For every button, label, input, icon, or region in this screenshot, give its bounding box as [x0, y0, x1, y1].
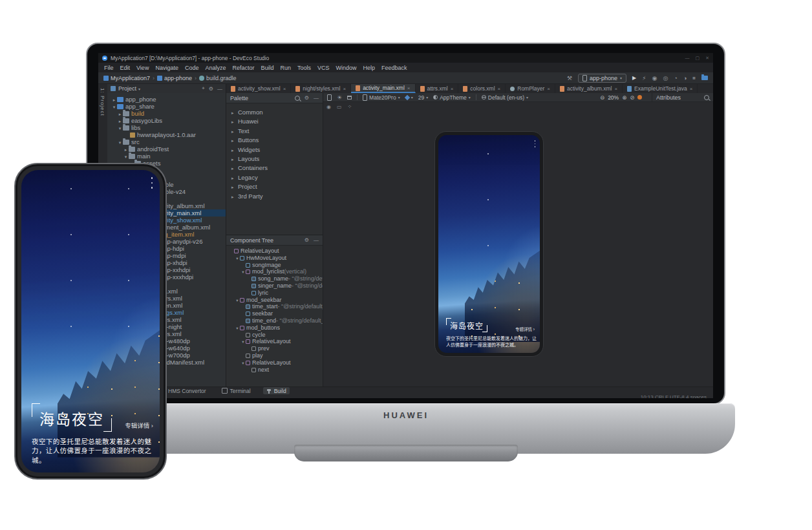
tree-item[interactable]: ▸app_phone [107, 96, 226, 103]
day-night-icon[interactable]: ☀ [337, 94, 342, 101]
grid-icon[interactable]: ⁘ [348, 104, 352, 110]
tree-item[interactable]: hwwraplayout-1.0.aar [107, 131, 226, 138]
tab-activity-album[interactable]: activity_album.xml× [555, 84, 623, 93]
component-item[interactable]: ▾mod_lyriclist(vertical) [226, 268, 323, 275]
menu-feedback[interactable]: Feedback [378, 65, 411, 71]
build-tab[interactable]: Build [263, 387, 290, 394]
overflow-menu-icon[interactable] [151, 177, 153, 189]
settings-gear-icon[interactable]: ⚙ [209, 86, 213, 92]
menu-view[interactable]: View [133, 65, 152, 71]
tree-item[interactable]: ▾main [107, 153, 226, 160]
run-button[interactable]: ▶ [632, 75, 636, 81]
window-controls[interactable]: —▢✕ [685, 56, 710, 61]
terminal-tab[interactable]: Terminal [219, 387, 254, 394]
component-item[interactable]: prev [226, 345, 323, 352]
tree-item[interactable]: ▸build [107, 110, 226, 117]
menu-refactor[interactable]: Refactor [229, 65, 257, 71]
palette-item-layouts[interactable]: ▸Layouts [226, 154, 323, 164]
menu-build[interactable]: Build [257, 65, 277, 71]
close-icon[interactable]: × [407, 85, 411, 91]
component-item[interactable]: lyric [226, 290, 323, 297]
device-file-explorer-icon[interactable] [701, 76, 708, 80]
attach-debugger-icon[interactable]: ◑ [683, 75, 687, 81]
close-icon[interactable]: × [283, 86, 286, 92]
overflow-menu-icon[interactable] [535, 140, 536, 147]
search-icon[interactable] [295, 96, 300, 101]
menu-navigate[interactable]: Navigate [152, 65, 182, 71]
tab-activity-show[interactable]: activity_show.xml× [226, 84, 291, 93]
tab-romplayer[interactable]: RomPlayer× [506, 84, 555, 93]
component-item[interactable]: seekbar [226, 310, 323, 317]
attributes-panel-header[interactable]: Attributes [652, 93, 713, 102]
tree-item[interactable]: ▾app_share [107, 103, 226, 110]
tree-item[interactable]: ▸androidTest [107, 145, 226, 153]
device-select[interactable]: Mate20Pro▾ [363, 94, 400, 101]
palette-item-common[interactable]: ▸Common [226, 108, 323, 117]
tree-item[interactable]: ▾src [107, 138, 226, 145]
breadcrumb-module[interactable]: app-phone [164, 75, 192, 81]
component-item[interactable]: next [226, 366, 323, 374]
component-item[interactable]: songImage [226, 262, 323, 269]
profiler-icon[interactable]: ◔ [674, 75, 677, 81]
menu-window[interactable]: Window [333, 65, 360, 71]
select-frame-icon[interactable]: ▭ [337, 104, 342, 110]
api-level-select[interactable]: 29▾ [418, 94, 428, 101]
apply-changes-icon[interactable]: ⚡ [642, 75, 646, 81]
album-details-link[interactable]: 专辑详情 › [515, 326, 535, 332]
close-icon[interactable]: × [343, 86, 346, 92]
component-item[interactable]: song_name- "@string/default_s..." [226, 275, 323, 282]
hide-panel-icon[interactable]: — [217, 86, 222, 92]
component-item[interactable]: time_end- "@string/default_time" [226, 317, 323, 324]
close-icon[interactable]: × [547, 86, 550, 92]
tree-item[interactable]: ▸easygoLibs [107, 117, 226, 124]
palette-item-project[interactable]: ▸Project [226, 182, 323, 191]
close-icon[interactable]: × [614, 86, 617, 92]
locale-select[interactable]: Default (en-us)▾ [482, 94, 528, 101]
project-tool-button[interactable]: 1: Project [100, 88, 105, 116]
stop-button[interactable]: ■ [692, 75, 696, 81]
tab-colors[interactable]: colors.xml× [458, 84, 506, 93]
close-icon[interactable]: × [451, 86, 454, 92]
breadcrumb-file[interactable]: build.gradle [206, 75, 237, 81]
menu-code[interactable]: Code [182, 65, 202, 71]
palette-item-3rdparty[interactable]: ▸3rd Party [226, 192, 323, 201]
palette-item-huawei[interactable]: ▸Huawei [226, 117, 323, 126]
palette-item-widgets[interactable]: ▸Widgets [226, 145, 323, 154]
preview-phone[interactable]: 海岛夜空 专辑详情 › 夜空下的圣托里尼总能散发着迷人的魅力，让人仿佛置身于一座… [434, 131, 544, 357]
search-icon[interactable] [704, 95, 709, 100]
tab-exampleunittest[interactable]: ExampleUnitTest.java× [623, 84, 698, 93]
tab-attrs[interactable]: attrs.xml× [416, 84, 459, 93]
component-item[interactable]: time_start- "@string/default_time" [226, 303, 323, 310]
menu-analyze[interactable]: Analyze [202, 65, 229, 71]
eye-icon[interactable]: ◉ [326, 104, 331, 110]
close-icon[interactable]: × [690, 86, 693, 92]
component-item[interactable]: ▾mod_seekbar [226, 297, 323, 304]
component-item[interactable]: singer_name- "@string/default_..." [226, 282, 323, 290]
component-item[interactable]: ▾mod_buttons [226, 324, 323, 332]
component-item[interactable]: ▾RelativeLayout [226, 338, 323, 345]
orientation-icon[interactable] [327, 94, 332, 101]
palette-item-text[interactable]: ▸Text [226, 127, 323, 136]
run-config-select[interactable]: app-phone ▾ [578, 74, 626, 83]
menu-run[interactable]: Run [277, 65, 295, 71]
warning-badge[interactable] [637, 95, 642, 100]
menu-vcs[interactable]: VCS [314, 65, 333, 71]
tab-activity-main[interactable]: activity_main.xml× [351, 84, 415, 93]
project-panel-header[interactable]: Project ▾ ⌖ ⚙ — [107, 84, 226, 93]
component-item[interactable]: ▾RelativeLayout [226, 359, 323, 366]
component-item[interactable]: cycle [226, 332, 323, 339]
component-item[interactable]: ▾HwMoveLayout [226, 255, 323, 262]
zoom-fit-button[interactable]: ⊘ [630, 94, 634, 101]
design-canvas[interactable]: ◉ ▭ ⁘ 海岛夜空 专辑详情 › 夜空 [323, 102, 713, 387]
tree-item[interactable]: ▾libs [107, 124, 226, 131]
api-layers-select[interactable]: ▾ [405, 95, 413, 100]
settings-gear-icon[interactable]: ⚙ [304, 237, 309, 243]
menu-file[interactable]: File [101, 65, 117, 71]
locate-icon[interactable]: ⌖ [202, 85, 205, 92]
component-item[interactable]: RelativeLayout [226, 248, 323, 255]
build-hammer-icon[interactable]: ⚒ [567, 75, 572, 81]
breadcrumb-project[interactable]: MyApplication7 [111, 75, 150, 81]
palette-item-legacy[interactable]: ▸Legacy [226, 173, 323, 182]
close-icon[interactable]: × [498, 86, 501, 92]
zoom-out-button[interactable]: ⊖ [600, 94, 604, 101]
